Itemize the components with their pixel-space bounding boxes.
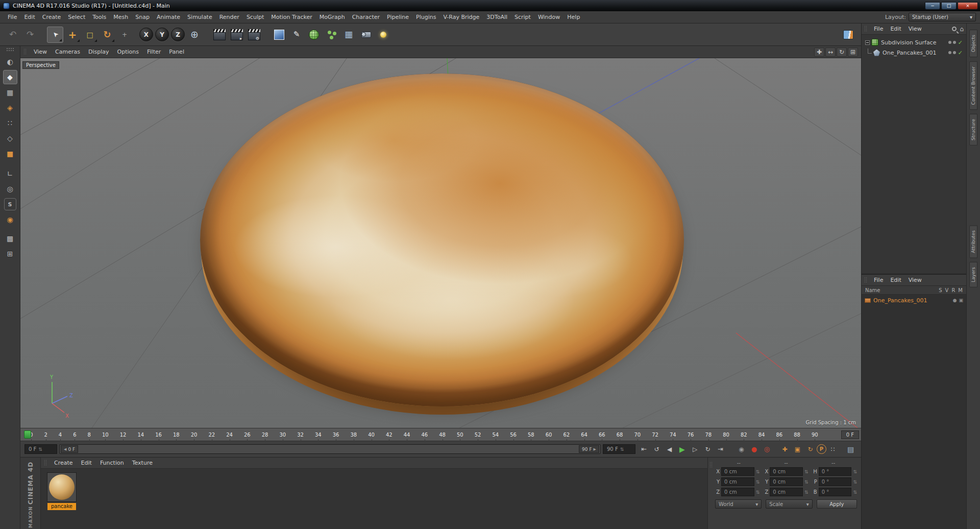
menu-item[interactable]: File: [4, 14, 20, 20]
workplane-align[interactable]: ⊞: [3, 247, 17, 261]
material-menu-item[interactable]: Create: [50, 460, 77, 466]
lock-x-axis[interactable]: X: [139, 28, 153, 41]
rotation-field[interactable]: 0 °: [819, 477, 852, 486]
lock-z-axis[interactable]: Z: [171, 28, 185, 41]
texture-mode[interactable]: ▦: [3, 85, 17, 100]
preview-range-slider[interactable]: ◀ 0 F 90 F ▶: [59, 444, 601, 454]
menu-item[interactable]: Script: [511, 14, 534, 20]
stepper-icon[interactable]: ⇅: [853, 469, 857, 474]
record-scale[interactable]: ▣: [791, 444, 804, 455]
size-field[interactable]: 0 cm: [770, 467, 803, 476]
palette-grip[interactable]: [23, 49, 27, 55]
render-settings[interactable]: ⚙: [246, 27, 262, 43]
position-field[interactable]: 0 cm: [721, 467, 754, 476]
render-visibility-dot[interactable]: [953, 51, 956, 54]
scale-mode-select[interactable]: Scale ▾: [766, 499, 812, 509]
side-tab[interactable]: Structure: [969, 114, 977, 146]
palette-grip[interactable]: [864, 26, 868, 32]
material-thumbnail[interactable]: [47, 472, 77, 502]
last-tool[interactable]: +: [116, 27, 133, 43]
menu-item[interactable]: Help: [564, 14, 583, 20]
next-frame[interactable]: ▷: [689, 444, 701, 455]
menu-item[interactable]: Snap: [132, 14, 153, 20]
range-end-gripper[interactable]: 90 F ▶: [579, 445, 599, 453]
stepper-icon[interactable]: ⇅: [804, 490, 808, 495]
object-name[interactable]: Subdivision Surface: [881, 39, 936, 46]
side-tab[interactable]: Objects: [969, 30, 977, 57]
maximize-window[interactable]: □: [941, 2, 957, 10]
quantize-toggle[interactable]: ◉: [3, 212, 17, 227]
rotate-view[interactable]: ↻: [837, 47, 847, 57]
editor-visibility-dot[interactable]: [948, 41, 951, 44]
move-tool[interactable]: +: [64, 27, 81, 43]
enabled-check-icon[interactable]: ✓: [958, 50, 963, 56]
stepper-icon[interactable]: ⇅: [853, 490, 857, 495]
layer-row[interactable]: One_Pancakes_001 ● ▣: [862, 296, 966, 305]
play-backwards[interactable]: ↺: [650, 444, 663, 455]
menu-item[interactable]: Mesh: [110, 14, 132, 20]
goto-start[interactable]: ⇤: [638, 444, 650, 455]
menu-item[interactable]: Motion Tracker: [267, 14, 315, 20]
minimal-maximal[interactable]: ▤: [844, 444, 857, 455]
viewport-menu-item[interactable]: View: [30, 49, 51, 55]
goto-end[interactable]: ⇥: [714, 444, 727, 455]
range-start-gripper[interactable]: ◀ 0 F: [61, 445, 78, 453]
palette-grip[interactable]: [709, 462, 713, 468]
object-manager-menu-item[interactable]: File: [870, 26, 887, 32]
record-pla[interactable]: ∷: [826, 444, 839, 455]
axis-mode[interactable]: ∟: [3, 166, 17, 181]
side-tab[interactable]: Attributes: [969, 225, 977, 258]
material-menu-item[interactable]: Texture: [128, 460, 157, 466]
side-tab[interactable]: Content Browser: [969, 61, 977, 110]
palette-grip[interactable]: [44, 460, 47, 466]
model-mode[interactable]: ◆: [3, 70, 17, 84]
toggle-view[interactable]: ⊞: [848, 47, 858, 57]
viewport-menu-item[interactable]: Cameras: [51, 49, 84, 55]
rotation-field[interactable]: 0 °: [819, 467, 852, 476]
side-tab[interactable]: Layers: [969, 262, 977, 287]
layer-name[interactable]: One_Pancakes_001: [873, 297, 927, 304]
menu-item[interactable]: V-Ray Bridge: [439, 14, 483, 20]
previous-frame[interactable]: ◀: [663, 444, 676, 455]
workplane-mode[interactable]: ◈: [3, 101, 17, 115]
material-menu-item[interactable]: Edit: [77, 460, 96, 466]
menu-item[interactable]: Select: [64, 14, 89, 20]
layer-color-swatch[interactable]: [865, 298, 871, 303]
menu-item[interactable]: Edit: [20, 14, 38, 20]
range-start-field[interactable]: 0 F ⇅: [24, 444, 57, 454]
floor-grid[interactable]: ▦: [340, 27, 357, 43]
menu-item[interactable]: Sculpt: [243, 14, 267, 20]
render-picture-viewer[interactable]: ▸: [229, 27, 245, 43]
live-selection[interactable]: ➤: [47, 27, 63, 43]
keyframe-selection[interactable]: ◎: [761, 444, 773, 455]
search-icon[interactable]: [952, 27, 957, 31]
expander-icon[interactable]: [865, 40, 870, 45]
layout-select[interactable]: Startup (User) ▾: [909, 13, 976, 21]
object-name[interactable]: One_Pancakes_001: [883, 50, 937, 56]
zoom-view[interactable]: ↔: [825, 47, 836, 57]
scale-tool[interactable]: □: [82, 27, 98, 43]
coordinate-mode-select[interactable]: World ▾: [715, 499, 762, 509]
pan-view[interactable]: ✚: [814, 47, 824, 57]
array-mograph[interactable]: [323, 27, 339, 43]
points-mode[interactable]: ∷: [3, 116, 17, 130]
menu-item[interactable]: Pipeline: [383, 14, 412, 20]
layer-manager-menu-item[interactable]: View: [905, 277, 925, 283]
render-view[interactable]: [211, 27, 228, 43]
menu-item[interactable]: Tools: [89, 14, 110, 20]
render-visibility-dot[interactable]: [953, 41, 956, 44]
loop[interactable]: ↻: [701, 444, 714, 455]
light[interactable]: [375, 27, 391, 43]
lock-workplane[interactable]: ▩: [3, 231, 17, 246]
viewport-menu-item[interactable]: Filter: [143, 49, 165, 55]
camera-label[interactable]: Perspective: [22, 61, 59, 69]
menu-item[interactable]: Character: [349, 14, 383, 20]
undo[interactable]: ↶: [5, 27, 21, 43]
minimize-window[interactable]: −: [925, 2, 940, 10]
viewport[interactable]: Perspective Grid Spacing : 1 cm Y Z X: [20, 58, 861, 428]
menu-item[interactable]: Simulate: [184, 14, 216, 20]
layer-manager-menu-item[interactable]: File: [870, 277, 887, 283]
record-objects[interactable]: ◉: [735, 444, 748, 455]
size-field[interactable]: 0 cm: [770, 488, 803, 496]
snap-toggle[interactable]: S: [4, 198, 16, 210]
